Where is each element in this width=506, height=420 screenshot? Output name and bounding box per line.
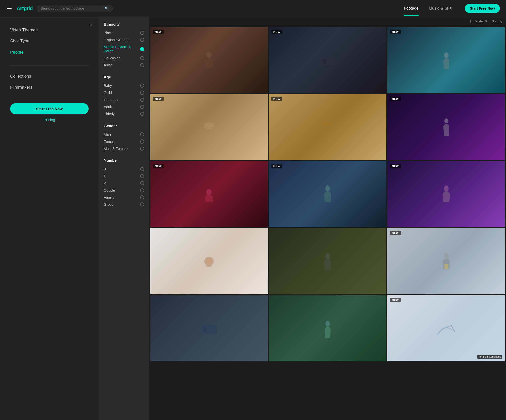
filter-dot-couple[interactable] [140,188,144,192]
filter-item-0[interactable]: 0 [104,166,144,173]
filter-label-baby: Baby [104,84,112,88]
filter-item-group[interactable]: Group [104,201,144,208]
filter-dot-middle-eastern[interactable] [140,47,144,51]
filter-section-ethnicity: Ethnicity Black Hispanic & Latin Middle … [104,22,144,69]
video-card-1[interactable]: NEW [150,27,268,93]
hamburger-menu-icon[interactable] [6,6,13,11]
svg-rect-19 [444,264,448,269]
filter-item-1[interactable]: 1 [104,173,144,180]
filter-item-black[interactable]: Black [104,29,144,36]
filter-ethnicity-title: Ethnicity [104,22,144,26]
filter-item-family[interactable]: Family [104,194,144,201]
filter-item-middle-eastern[interactable]: Middle Eastern & Indian [104,43,144,55]
filter-dot-child[interactable] [140,91,144,95]
filter-item-asian[interactable]: Asian [104,62,144,69]
card-content-13 [150,295,268,361]
filter-dot-group[interactable] [140,202,144,206]
video-card-11[interactable] [269,228,387,294]
header-nav: Footage Music & SFX [399,4,457,13]
sort-by-control[interactable]: Sort By [492,19,502,23]
video-card-10[interactable] [150,228,268,294]
filter-dot-1[interactable] [140,174,144,178]
filter-dot-black[interactable] [140,31,144,35]
video-card-7[interactable]: NEW [150,161,268,227]
sidebar-pricing-link[interactable]: Pricing [10,118,89,122]
nav-item-footage[interactable]: Footage [399,4,424,13]
sidebar-item-collections[interactable]: Collections [10,71,89,82]
filter-dot-0[interactable] [140,167,144,171]
filter-item-elderly[interactable]: Elderly [104,110,144,118]
card-content-3 [387,27,505,93]
filter-item-teenager[interactable]: Teenager [104,96,144,103]
filter-item-couple[interactable]: Couple [104,187,144,194]
filter-item-male[interactable]: Male [104,131,144,138]
svg-point-9 [444,118,448,123]
wide-label: Wide [475,19,483,23]
filter-item-baby[interactable]: Baby [104,82,144,89]
nav-item-music-sfx[interactable]: Music & SFX [424,4,457,13]
filter-label-elderly: Elderly [104,112,115,116]
filter-item-female[interactable]: Female [104,138,144,145]
new-badge-15: NEW [390,298,401,302]
filter-label-black: Black [104,31,112,35]
video-card-13[interactable] [150,295,268,361]
filter-dot-2[interactable] [140,181,144,185]
sidebar-item-video-themes[interactable]: Video Themes [10,25,89,36]
header-start-free-button[interactable]: Start Free Now [465,4,500,13]
sidebar-item-filmmakers[interactable]: Filmmakers [10,82,89,93]
filter-item-child[interactable]: Child [104,89,144,96]
filter-dot-female[interactable] [140,139,144,144]
wide-checkbox[interactable] [470,20,474,23]
video-card-14[interactable] [269,295,387,361]
filter-item-hispanic[interactable]: Hispanic & Latin [104,36,144,43]
filter-dot-asian[interactable] [140,63,144,67]
sidebar-item-shot-type[interactable]: Shot Type [10,36,89,47]
main-layout: × Video Themes Shot Type People Collecti… [0,0,506,420]
filter-dot-adult[interactable] [140,105,144,109]
svg-point-17 [325,253,330,259]
filter-dot-male[interactable] [140,132,144,136]
sidebar-divider [10,65,89,66]
search-input[interactable] [40,6,102,10]
header-right: Start Free Now [465,4,500,13]
sidebar-nav-secondary: Collections Filmmakers [0,68,99,98]
filter-section-age: Age Baby Child Teenager Adult Elderly [104,75,144,118]
filter-dot-caucasian[interactable] [140,56,144,60]
video-card-9[interactable]: NEW [387,161,505,227]
wide-control[interactable]: Wide ▼ [470,19,488,23]
svg-rect-16 [206,265,212,267]
card-content-2 [269,27,387,93]
new-badge-7: NEW [153,164,164,168]
filter-label-male: Male [104,132,111,136]
filter-dot-hispanic[interactable] [140,38,144,42]
filter-dot-elderly[interactable] [140,112,144,116]
video-card-15[interactable]: NEW Terms & Conditions [387,295,505,361]
filter-dot-family[interactable] [140,195,144,199]
header-left: Artgrid 🔍 [6,5,113,12]
filter-gender-title: Gender [104,124,144,128]
filter-label-couple: Couple [104,188,115,192]
filter-item-male-female[interactable]: Male & Female [104,145,144,152]
svg-rect-2 [323,59,326,64]
logo[interactable]: Artgrid [17,6,33,11]
filter-dot-teenager[interactable] [140,98,144,102]
sidebar-item-people[interactable]: People [10,47,89,58]
video-card-2[interactable]: NEW [269,27,387,93]
filter-item-adult[interactable]: Adult [104,103,144,110]
svg-point-11 [325,185,330,192]
new-badge-4: NEW [153,97,164,101]
video-card-6[interactable]: NEW [387,94,505,160]
filter-dot-baby[interactable] [140,84,144,88]
filter-item-caucasian[interactable]: Caucasian [104,55,144,62]
sidebar-start-free-button[interactable]: Start Free Now [10,103,89,114]
filter-label-2: 2 [104,181,106,185]
video-card-5[interactable]: NEW [269,94,387,160]
video-card-8[interactable]: NEW [269,161,387,227]
video-card-4[interactable]: NEW [150,94,268,160]
filter-item-2[interactable]: 2 [104,180,144,187]
sidebar-nav: Video Themes Shot Type People [0,22,99,63]
video-card-12[interactable]: NEW [387,228,505,294]
sidebar-close-button[interactable]: × [88,22,94,28]
video-card-3[interactable]: NEW [387,27,505,93]
filter-dot-male-female[interactable] [140,147,144,151]
